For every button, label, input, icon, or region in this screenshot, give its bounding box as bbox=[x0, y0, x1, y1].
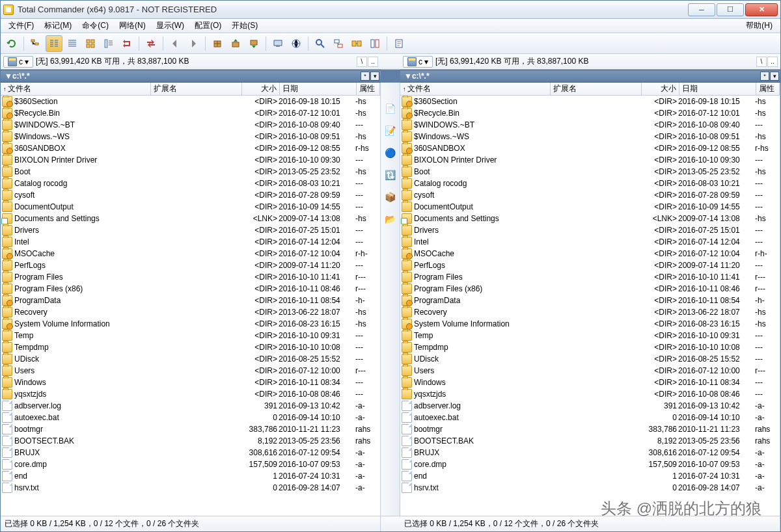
file-row[interactable]: DocumentOutput<DIR>2016-10-09 14:55--- bbox=[1, 201, 380, 213]
file-row[interactable]: Program Files (x86)<DIR>2016-10-11 08:46… bbox=[400, 283, 780, 295]
file-row[interactable]: MSOCache<DIR>2016-07-12 10:04r-h- bbox=[1, 248, 380, 259]
file-row[interactable]: Program Files<DIR>2016-10-10 11:41r--- bbox=[1, 271, 380, 283]
col-name[interactable]: ↑文件名 bbox=[1, 83, 151, 95]
swap-icon[interactable] bbox=[143, 35, 159, 52]
menu-help[interactable]: 帮助(H) bbox=[741, 19, 778, 33]
col-ext[interactable]: 扩展名 bbox=[551, 83, 642, 95]
tree-panel-icon[interactable] bbox=[100, 35, 117, 52]
multi-rename-icon[interactable] bbox=[330, 35, 347, 52]
file-row[interactable]: 360SANDBOX<DIR>2016-09-12 08:55r-hs bbox=[400, 142, 780, 154]
file-row[interactable]: $360Section<DIR>2016-09-18 10:15-hs bbox=[400, 96, 780, 107]
file-row[interactable]: Drivers<DIR>2016-07-25 15:01--- bbox=[400, 224, 780, 236]
file-row[interactable]: Boot<DIR>2013-05-25 23:52-hs bbox=[1, 166, 380, 178]
file-row[interactable]: 360SANDBOX<DIR>2016-09-12 08:55r-hs bbox=[1, 142, 380, 154]
file-row[interactable]: Tempdmp<DIR>2016-10-10 10:08--- bbox=[1, 341, 380, 353]
fav-button[interactable]: * bbox=[361, 72, 370, 81]
file-row[interactable]: BRUJX308,6162016-07-12 09:54-a- bbox=[400, 447, 780, 459]
file-row[interactable]: $WINDOWS.~BT<DIR>2016-10-08 09:40--- bbox=[1, 119, 380, 131]
file-row[interactable]: end12016-07-24 10:31-a- bbox=[400, 470, 780, 482]
file-row[interactable]: Intel<DIR>2016-07-14 12:04--- bbox=[400, 236, 780, 248]
menu-show[interactable]: 显示(W) bbox=[151, 19, 189, 33]
file-row[interactable]: Tempdmp<DIR>2016-10-10 10:08--- bbox=[400, 341, 780, 353]
file-row[interactable]: Recovery<DIR>2013-06-22 18:07-hs bbox=[1, 306, 380, 318]
fav-button[interactable]: * bbox=[760, 72, 769, 81]
right-file-list[interactable]: $360Section<DIR>2016-09-18 10:15-hs$Recy… bbox=[400, 96, 780, 516]
menu-config[interactable]: 配置(O) bbox=[189, 19, 226, 33]
file-row[interactable]: PerfLogs<DIR>2009-07-14 11:20--- bbox=[400, 259, 780, 271]
file-row[interactable]: Documents and Settings<LNK>2009-07-14 13… bbox=[400, 213, 780, 224]
file-row[interactable]: BRUJX308,6162016-07-12 09:54-a- bbox=[1, 447, 380, 459]
left-file-list[interactable]: $360Section<DIR>2016-09-18 10:15-hs$Recy… bbox=[1, 96, 380, 516]
file-row[interactable]: Temp<DIR>2016-10-10 09:31--- bbox=[400, 330, 780, 341]
reverse-icon[interactable] bbox=[118, 35, 135, 52]
right-pathbar[interactable]: ▼c:\*.* *▾ bbox=[400, 70, 780, 83]
col-ext[interactable]: 扩展名 bbox=[151, 83, 242, 95]
mid-button-4[interactable]: 📦 bbox=[384, 191, 397, 204]
root-button[interactable]: \ bbox=[756, 57, 767, 67]
search-icon[interactable] bbox=[312, 35, 329, 52]
file-row[interactable]: $Windows.~WS<DIR>2016-10-08 09:51-hs bbox=[400, 131, 780, 142]
thumbs-view-icon[interactable] bbox=[82, 35, 99, 52]
col-date[interactable]: 日期 bbox=[679, 83, 756, 95]
drive-selector-left[interactable]: c▾ bbox=[3, 56, 33, 68]
file-row[interactable]: $WINDOWS.~BT<DIR>2016-10-08 09:40--- bbox=[400, 119, 780, 131]
col-date[interactable]: 日期 bbox=[280, 83, 357, 95]
file-row[interactable]: Catalog rocodg<DIR>2016-08-03 10:21--- bbox=[400, 178, 780, 189]
pack-icon[interactable] bbox=[209, 35, 226, 52]
file-row[interactable]: yqsxtzjds<DIR>2016-10-08 08:46--- bbox=[400, 388, 780, 400]
up-button[interactable]: .. bbox=[368, 57, 378, 67]
file-row[interactable]: hsrv.txt02016-09-28 14:07-a- bbox=[1, 482, 380, 494]
col-name[interactable]: ↑文件名 bbox=[400, 83, 551, 95]
file-row[interactable]: BIXOLON Printer Driver<DIR>2016-10-10 09… bbox=[400, 154, 780, 166]
file-row[interactable]: Temp<DIR>2016-10-10 09:31--- bbox=[1, 330, 380, 341]
file-row[interactable]: autoexec.bat02016-09-14 10:10-a- bbox=[1, 412, 380, 423]
mid-button-1[interactable]: 📝 bbox=[384, 124, 397, 137]
ftp-icon[interactable] bbox=[269, 35, 286, 52]
file-row[interactable]: yqsxtzjds<DIR>2016-10-08 08:46--- bbox=[1, 388, 380, 400]
file-row[interactable]: end12016-07-24 10:31-a- bbox=[1, 470, 380, 482]
up-button[interactable]: .. bbox=[767, 57, 778, 67]
menu-mark[interactable]: 标记(M) bbox=[39, 19, 77, 33]
file-row[interactable]: core.dmp157,5092016-10-07 09:53-a- bbox=[400, 459, 780, 470]
file-row[interactable]: Boot<DIR>2013-05-25 23:52-hs bbox=[400, 166, 780, 178]
file-row[interactable]: BOOTSECT.BAK8,1922013-05-25 23:56rahs bbox=[1, 435, 380, 447]
mid-button-3[interactable]: 🔃 bbox=[384, 168, 397, 181]
col-size[interactable]: 大小 bbox=[642, 83, 679, 95]
file-row[interactable]: System Volume Information<DIR>2016-08-23… bbox=[1, 318, 380, 330]
close-button[interactable]: ✕ bbox=[745, 3, 778, 16]
full-view-icon[interactable] bbox=[64, 35, 81, 52]
menu-start[interactable]: 开始(S) bbox=[226, 19, 263, 33]
file-row[interactable]: Catalog rocodg<DIR>2016-08-03 10:21--- bbox=[1, 178, 380, 189]
file-row[interactable]: Program Files<DIR>2016-10-10 11:41r--- bbox=[400, 271, 780, 283]
file-row[interactable]: DocumentOutput<DIR>2016-10-09 14:55--- bbox=[400, 201, 780, 213]
file-row[interactable]: MSOCache<DIR>2016-07-12 10:04r-h- bbox=[400, 248, 780, 259]
file-row[interactable]: bootmgr383,7862010-11-21 11:23rahs bbox=[1, 423, 380, 435]
file-row[interactable]: core.dmp157,5092016-10-07 09:53-a- bbox=[1, 459, 380, 470]
file-row[interactable]: $Recycle.Bin<DIR>2016-07-12 10:01-hs bbox=[1, 107, 380, 119]
file-row[interactable]: bootmgr383,7862010-11-21 11:23rahs bbox=[400, 423, 780, 435]
maximize-button[interactable]: ☐ bbox=[717, 3, 744, 16]
sync-icon[interactable] bbox=[348, 35, 365, 52]
file-row[interactable]: Recovery<DIR>2013-06-22 18:07-hs bbox=[400, 306, 780, 318]
file-row[interactable]: ProgramData<DIR>2016-10-11 08:54-h- bbox=[1, 295, 380, 306]
file-row[interactable]: $Windows.~WS<DIR>2016-10-08 09:51-hs bbox=[1, 131, 380, 142]
file-row[interactable]: ProgramData<DIR>2016-10-11 08:54-h- bbox=[400, 295, 780, 306]
file-row[interactable]: Program Files (x86)<DIR>2016-10-11 08:46… bbox=[1, 283, 380, 295]
unpack-icon[interactable] bbox=[227, 35, 244, 52]
file-row[interactable]: cysoft<DIR>2016-07-28 09:59--- bbox=[1, 189, 380, 201]
mid-button-2[interactable]: 🔵 bbox=[384, 146, 397, 159]
menu-file[interactable]: 文件(F) bbox=[3, 19, 39, 33]
brief-view-icon[interactable] bbox=[46, 35, 62, 52]
file-row[interactable]: UDisck<DIR>2016-08-25 15:52--- bbox=[400, 353, 780, 365]
file-row[interactable]: UDisck<DIR>2016-08-25 15:52--- bbox=[1, 353, 380, 365]
notepad-icon[interactable] bbox=[390, 35, 407, 52]
root-button[interactable]: \ bbox=[357, 57, 367, 67]
mid-button-5[interactable]: 📂 bbox=[384, 213, 397, 226]
col-attr[interactable]: 属性 bbox=[756, 83, 780, 95]
drive-selector-right[interactable]: c▾ bbox=[403, 56, 433, 68]
archive-icon[interactable] bbox=[245, 35, 262, 52]
file-row[interactable]: cysoft<DIR>2016-07-28 09:59--- bbox=[400, 189, 780, 201]
file-row[interactable]: BIXOLON Printer Driver<DIR>2016-10-10 09… bbox=[1, 154, 380, 166]
back-icon[interactable] bbox=[167, 35, 184, 52]
file-row[interactable]: $Recycle.Bin<DIR>2016-07-12 10:01-hs bbox=[400, 107, 780, 119]
